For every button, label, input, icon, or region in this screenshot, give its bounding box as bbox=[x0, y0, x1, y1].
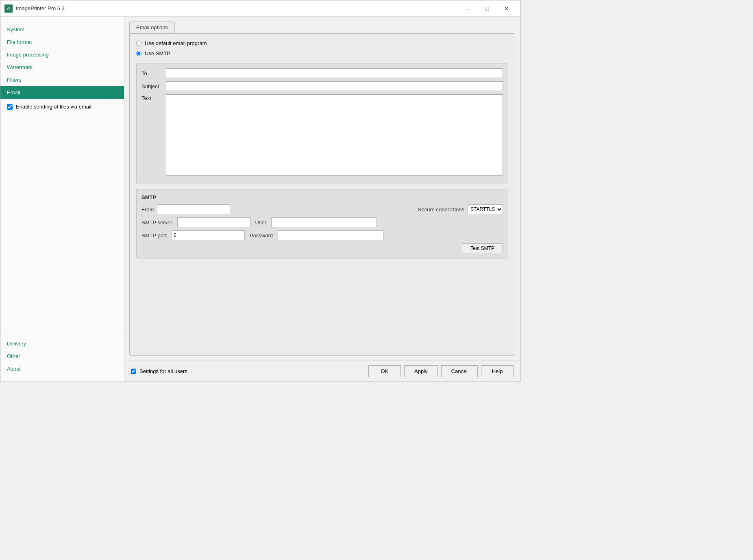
secure-connections-select[interactable]: STARTTLS SSL/TLS None bbox=[468, 204, 503, 214]
smtp-row-port: SMTP port Password bbox=[141, 230, 503, 240]
smtp-server-label: SMTP server bbox=[141, 219, 172, 226]
use-default-label: Use default email program bbox=[145, 40, 207, 46]
close-button[interactable]: ✕ bbox=[497, 2, 516, 15]
use-smtp-label: Use SMTP bbox=[145, 50, 170, 56]
use-smtp-radio[interactable] bbox=[136, 51, 141, 56]
secure-connections-group: Secure connections STARTTLS SSL/TLS None bbox=[418, 204, 503, 214]
password-input[interactable] bbox=[278, 230, 383, 240]
enable-email-section: Enable sending of files via email bbox=[0, 99, 124, 115]
bottom-bar-left: Settings for all users bbox=[131, 368, 365, 374]
title-bar: 🖨 ImagePrinter Pro 6.3 — □ ✕ bbox=[0, 0, 520, 17]
window-controls: — □ ✕ bbox=[458, 2, 516, 15]
settings-all-users-checkbox[interactable] bbox=[131, 369, 136, 374]
cancel-button[interactable]: Cancel bbox=[441, 365, 478, 377]
ok-button[interactable]: OK bbox=[368, 365, 401, 377]
smtp-port-label: SMTP port bbox=[141, 232, 167, 239]
smtp-row-server: SMTP server User bbox=[141, 217, 503, 227]
test-smtp-button[interactable]: Test SMTP bbox=[462, 243, 503, 253]
sidebar-item-image-processing[interactable]: Image processing bbox=[0, 48, 124, 61]
sidebar-item-filters[interactable]: Filters bbox=[0, 74, 124, 86]
text-label: Text bbox=[141, 94, 166, 101]
to-label: To bbox=[141, 70, 166, 76]
use-default-radio[interactable] bbox=[136, 41, 141, 46]
sidebar-nav: System File format Image processing Wate… bbox=[0, 20, 124, 334]
maximize-button[interactable]: □ bbox=[478, 2, 496, 15]
password-label: Password bbox=[250, 232, 273, 239]
bottom-bar: Settings for all users OK Apply Cancel H… bbox=[124, 360, 520, 382]
use-default-radio-row: Use default email program bbox=[136, 40, 508, 46]
sidebar-item-system[interactable]: System bbox=[0, 23, 124, 36]
from-label: From bbox=[141, 206, 154, 213]
text-input[interactable] bbox=[166, 94, 503, 176]
app-title: ImagePrinter Pro 6.3 bbox=[16, 5, 458, 11]
tab-email-options[interactable]: Email options bbox=[129, 22, 175, 33]
use-smtp-radio-row: Use SMTP bbox=[136, 50, 508, 56]
smtp-server-input[interactable] bbox=[177, 217, 250, 227]
sidebar-item-about[interactable]: About bbox=[0, 362, 124, 375]
sidebar-item-watermark[interactable]: Watermark bbox=[0, 61, 124, 74]
user-input[interactable] bbox=[271, 217, 377, 227]
test-smtp-row: Test SMTP bbox=[141, 243, 503, 253]
compose-box: To Subject Text bbox=[136, 63, 508, 184]
subject-field-row: Subject bbox=[141, 81, 503, 91]
sidebar-item-other[interactable]: Other bbox=[0, 350, 124, 362]
app-icon: 🖨 bbox=[4, 4, 13, 13]
from-input[interactable] bbox=[157, 204, 230, 214]
settings-all-users-label: Settings for all users bbox=[139, 368, 187, 374]
subject-input[interactable] bbox=[166, 81, 503, 91]
from-group: From bbox=[141, 204, 230, 214]
to-field-row: To bbox=[141, 68, 503, 78]
email-mode-radio-group: Use default email program Use SMTP bbox=[136, 40, 508, 56]
enable-email-label: Enable sending of files via email bbox=[16, 104, 91, 110]
sidebar-item-email[interactable]: Email bbox=[0, 86, 124, 99]
sidebar-item-file-format[interactable]: File format bbox=[0, 36, 124, 48]
sidebar: System File format Image processing Wate… bbox=[0, 17, 124, 382]
smtp-label: SMTP bbox=[141, 194, 503, 200]
sidebar-item-delivery[interactable]: Delivery bbox=[0, 337, 124, 350]
bottom-bar-right: OK Apply Cancel Help bbox=[368, 365, 514, 377]
tab-bar: Email options bbox=[129, 22, 515, 33]
sidebar-bottom: Delivery Other About bbox=[0, 334, 124, 378]
subject-label: Subject bbox=[141, 83, 166, 89]
right-panel: Email options Use default email program … bbox=[124, 17, 520, 382]
enable-email-checkbox[interactable] bbox=[7, 104, 13, 110]
smtp-port-input[interactable] bbox=[172, 230, 245, 240]
user-label: User bbox=[255, 219, 266, 226]
content-area: Email options Use default email program … bbox=[124, 17, 520, 360]
tab-content: Use default email program Use SMTP To Su… bbox=[129, 33, 515, 356]
text-field-row: Text bbox=[141, 94, 503, 176]
main-content: System File format Image processing Wate… bbox=[0, 17, 520, 382]
smtp-section: SMTP From Secure connections STARTTLS SS… bbox=[136, 189, 508, 258]
secure-connections-label: Secure connections bbox=[418, 206, 464, 213]
smtp-row-from: From Secure connections STARTTLS SSL/TLS… bbox=[141, 204, 503, 214]
help-button[interactable]: Help bbox=[481, 365, 514, 377]
minimize-button[interactable]: — bbox=[458, 2, 477, 15]
to-input[interactable] bbox=[166, 68, 503, 78]
apply-button[interactable]: Apply bbox=[404, 365, 438, 377]
